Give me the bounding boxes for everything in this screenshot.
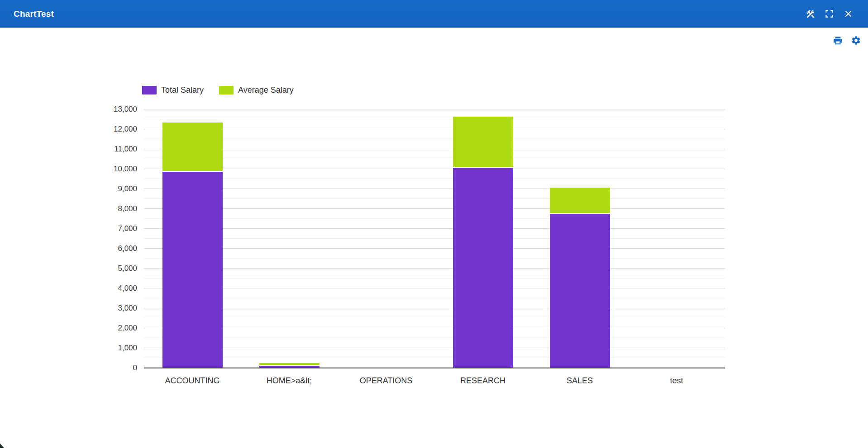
x-axis-category-label: RESEARCH — [434, 376, 531, 386]
gridline — [144, 338, 725, 338]
gridline — [144, 109, 725, 109]
y-axis-tick-label: 4,000 — [87, 284, 137, 293]
gridline — [144, 298, 725, 298]
gridline — [144, 129, 725, 129]
gridline — [144, 159, 725, 159]
gridline — [144, 179, 725, 179]
bar-segment-divider — [259, 365, 320, 366]
bar-segment-divider — [162, 171, 223, 172]
y-axis-tick-label: 10,000 — [87, 165, 137, 174]
x-axis-category-label: ACCOUNTING — [144, 376, 241, 386]
gridline — [144, 208, 725, 209]
gridline — [144, 358, 725, 358]
gridline — [144, 198, 725, 199]
y-axis-tick-label: 12,000 — [87, 125, 137, 134]
gridline — [144, 119, 725, 119]
y-axis-tick-label: 8,000 — [87, 204, 137, 213]
y-axis-tick-label: 11,000 — [87, 145, 137, 154]
y-axis-tick-label: 5,000 — [87, 264, 137, 273]
gridline — [144, 258, 725, 259]
bar-home-a-lt--average-salary — [259, 363, 320, 365]
x-axis-category-label: OPERATIONS — [338, 376, 434, 386]
gridline — [144, 308, 725, 308]
gridline — [144, 149, 725, 149]
bar-segment-divider — [550, 213, 610, 214]
gridline — [144, 318, 725, 318]
gridline — [144, 288, 725, 288]
bar-sales-total-salary — [550, 214, 610, 368]
y-axis-tick-label: 1,000 — [87, 344, 137, 353]
bar-home-a-lt--total-salary — [259, 366, 320, 368]
bar-research-average-salary — [453, 117, 513, 167]
x-axis-category-label: test — [628, 376, 725, 386]
gridline — [144, 248, 725, 249]
gridline — [144, 139, 725, 139]
bar-research-total-salary — [453, 168, 513, 368]
gridline — [144, 268, 725, 269]
gridline — [144, 348, 725, 348]
gridline — [144, 278, 725, 278]
gridline — [144, 189, 725, 189]
y-axis-tick-label: 3,000 — [87, 304, 137, 313]
y-axis-tick-label: 13,000 — [87, 105, 137, 114]
gridline — [144, 218, 725, 219]
bar-accounting-total-salary — [162, 172, 223, 368]
y-axis-tick-label: 9,000 — [87, 184, 137, 193]
y-axis-tick-label: 0 — [87, 363, 137, 373]
chart-plot-area: 01,0002,0003,0004,0005,0006,0007,0008,00… — [0, 0, 868, 448]
gridline — [144, 228, 725, 229]
y-axis-tick-label: 7,000 — [87, 224, 137, 233]
bar-accounting-average-salary — [162, 123, 223, 171]
x-axis-category-label: SALES — [531, 376, 628, 386]
y-axis-tick-label: 6,000 — [87, 244, 137, 253]
x-axis-line — [144, 368, 725, 368]
bar-segment-divider — [453, 167, 513, 168]
gridline — [144, 328, 725, 328]
x-axis-category-label: HOME>a&lt; — [241, 376, 338, 386]
bar-sales-average-salary — [550, 188, 610, 213]
gridline — [144, 238, 725, 239]
y-axis-tick-label: 2,000 — [87, 324, 137, 333]
gridline — [144, 169, 725, 169]
